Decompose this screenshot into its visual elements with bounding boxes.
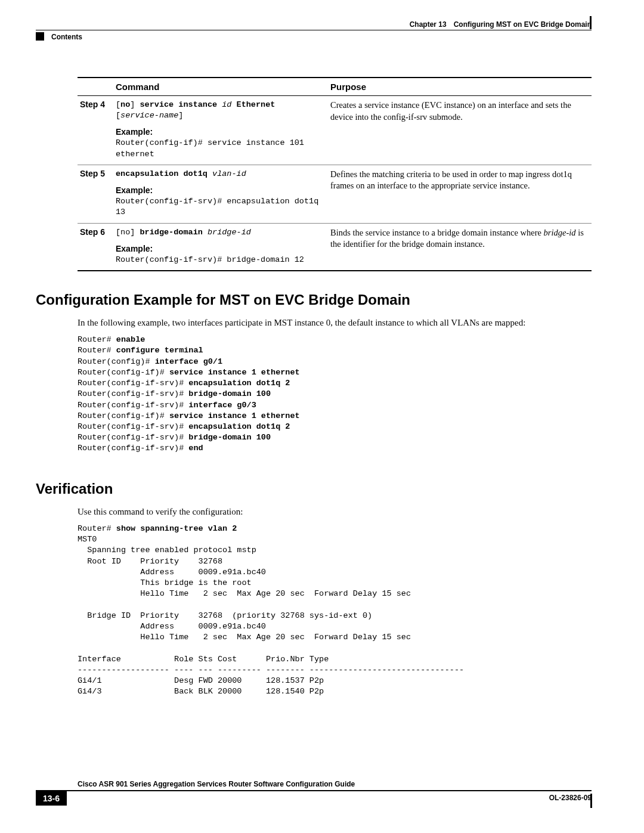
section-heading-config-example: Configuration Example for MST on EVC Bri…	[36, 292, 592, 308]
cmd-text: [	[116, 111, 120, 120]
contents-label: Contents	[51, 33, 82, 41]
purpose-cell: Binds the service instance to a bridge d…	[328, 223, 592, 271]
table-row: Step 6 [no] bridge-domain bridge-id Exam…	[78, 223, 592, 271]
cmd-text: [no]	[116, 228, 140, 237]
page-footer: Cisco ASR 901 Series Aggregation Service…	[36, 780, 592, 806]
footer-guide-title: Cisco ASR 901 Series Aggregation Service…	[36, 780, 592, 791]
cmd-text: bridge-id	[208, 228, 251, 237]
purpose-text: bridge-id	[544, 228, 576, 237]
cmd-text: Ethernet	[237, 100, 275, 109]
example-text: Router(config-if-srv)# encapsulation dot…	[116, 196, 323, 218]
cmd-text	[231, 100, 236, 109]
purpose-cell: Defines the matching criteria to be used…	[328, 165, 592, 223]
cmd-text: vlan-id	[212, 169, 246, 178]
cmd-text: service instance	[140, 100, 218, 109]
cmd-text: ]	[178, 111, 183, 120]
command-cell: [no] bridge-domain bridge-id Example: Ro…	[113, 223, 328, 271]
cmd-text	[208, 169, 212, 178]
contents-label-row: Contents	[36, 33, 592, 41]
step-label: Step 4	[78, 96, 113, 165]
command-cell: [no] service instance id Ethernet [servi…	[113, 96, 328, 165]
header-marker	[590, 16, 592, 29]
command-cell: encapsulation dot1q vlan-id Example: Rou…	[113, 165, 328, 223]
cmd-text: id	[222, 100, 231, 109]
cmd-text: ]	[130, 100, 140, 109]
col-purpose: Purpose	[328, 78, 592, 96]
page: Chapter 13 Configuring MST on EVC Bridge…	[0, 0, 644, 833]
section-heading-verification: Verification	[36, 481, 592, 497]
footer-marker	[590, 794, 592, 808]
cmd-text: encapsulation dot1q	[116, 169, 208, 178]
header-rule	[36, 30, 592, 30]
chapter-line: Chapter 13 Configuring MST on EVC Bridge…	[410, 20, 592, 29]
purpose-text: Binds the service instance to a bridge d…	[330, 228, 544, 237]
purpose-cell: Creates a service instance (EVC instance…	[328, 96, 592, 165]
page-number: 13-6	[36, 791, 67, 806]
example-label: Example:	[116, 244, 323, 253]
example-label: Example:	[116, 127, 323, 137]
step-label: Step 5	[78, 165, 113, 223]
code-block-verification: Router# show spanning-tree vlan 2 MST0 S…	[78, 524, 592, 698]
example-text: Router(config-if-srv)# bridge-domain 12	[116, 255, 323, 265]
cmd-text: no	[120, 100, 130, 109]
command-table: Command Purpose Step 4 [no] service inst…	[78, 77, 592, 271]
col-command: Command	[113, 78, 328, 96]
document-id: OL-23826-09	[549, 791, 592, 802]
body-paragraph: In the following example, two interfaces…	[78, 317, 592, 329]
body-area: Command Purpose Step 4 [no] service inst…	[36, 77, 592, 697]
code-block-config: Router# enable Router# configure termina…	[78, 335, 592, 454]
cmd-text	[203, 228, 208, 237]
cmd-text: bridge-domain	[140, 228, 203, 237]
square-marker-icon	[36, 32, 44, 41]
body-paragraph: Use this command to verify the configura…	[78, 506, 592, 518]
step-label: Step 6	[78, 223, 113, 271]
cmd-text: service-name	[120, 111, 178, 120]
table-header-row: Command Purpose	[78, 78, 592, 96]
table-row: Step 4 [no] service instance id Ethernet…	[78, 96, 592, 165]
example-label: Example:	[116, 185, 323, 195]
table-row: Step 5 encapsulation dot1q vlan-id Examp…	[78, 165, 592, 223]
example-text: Router(config-if)# service instance 101 …	[116, 138, 323, 159]
cmd-text: [	[116, 100, 120, 109]
